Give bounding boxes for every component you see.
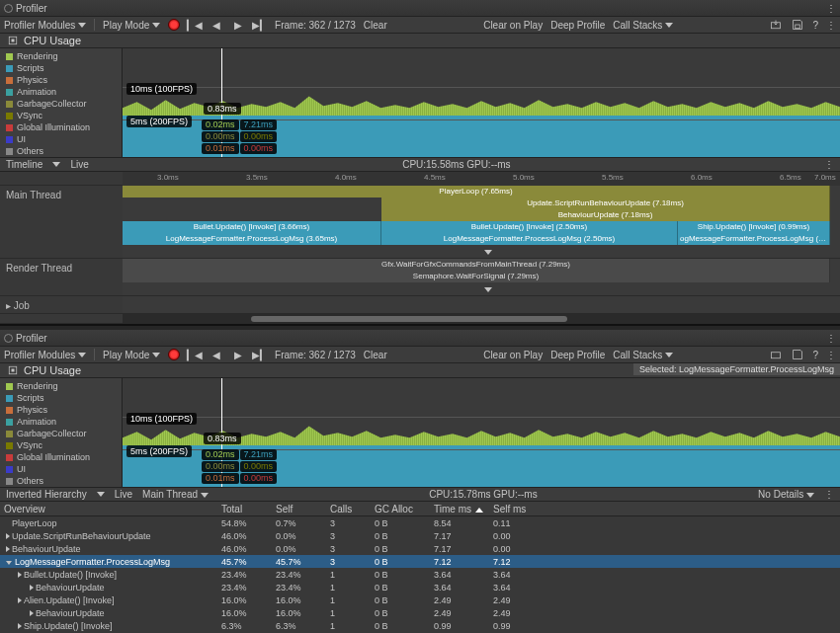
legend-item-physics[interactable]: Physics — [0, 74, 122, 86]
disclosure-icon[interactable] — [18, 623, 22, 629]
context-menu-icon[interactable]: ⋮ — [826, 350, 836, 360]
load-icon[interactable] — [769, 348, 783, 361]
legend-item-ui[interactable]: UI — [0, 463, 122, 475]
column-header[interactable]: Time ms — [430, 504, 489, 514]
timeline-bar[interactable]: BehaviourUpdate (7.18ms) — [381, 209, 830, 221]
record-button[interactable] — [168, 19, 180, 31]
load-icon[interactable] — [769, 18, 783, 32]
expand-icon[interactable] — [484, 250, 492, 255]
legend-item-rendering[interactable]: Rendering — [0, 50, 122, 62]
help-icon[interactable]: ? — [812, 20, 818, 31]
legend-item-others[interactable]: Others — [0, 145, 122, 157]
context-menu-icon[interactable]: ⋮ — [826, 20, 836, 31]
legend-item-gi[interactable]: Global Illumination — [0, 121, 122, 133]
play-mode-dropdown[interactable]: Play Mode — [103, 20, 160, 31]
cpu-chart-header[interactable]: CPU Usage Selected: LogMessageFormatter.… — [0, 363, 840, 378]
deep-profile-toggle[interactable]: Deep Profile — [550, 350, 605, 360]
profiler-modules-dropdown[interactable]: Profiler Modules — [4, 350, 86, 360]
legend-item-vsync[interactable]: VSync — [0, 110, 122, 121]
first-frame-button[interactable]: ▎◀ — [188, 18, 202, 32]
view-mode-dropdown[interactable]: Inverted Hierarchy — [6, 489, 87, 500]
profiler-modules-dropdown[interactable]: Profiler Modules — [4, 20, 86, 31]
disclosure-icon[interactable] — [18, 597, 22, 603]
legend-item-ui[interactable]: UI — [0, 133, 122, 145]
legend-item-others[interactable]: Others — [0, 475, 122, 487]
clear-button[interactable]: Clear — [364, 350, 387, 360]
table-row[interactable]: Bullet.Update() [Invoke]23.4%23.4%10 B3.… — [0, 568, 840, 581]
menu-icon[interactable]: ⋮ — [826, 3, 836, 14]
thread-dropdown[interactable]: Main Thread — [142, 489, 209, 500]
view-mode-dropdown[interactable]: Timeline — [6, 159, 42, 170]
clear-on-play-toggle[interactable]: Clear on Play — [483, 350, 543, 360]
column-header[interactable]: Calls — [326, 504, 371, 514]
column-header[interactable]: Self — [272, 504, 326, 514]
legend-item-rendering[interactable]: Rendering — [0, 380, 122, 392]
timeline-bar[interactable]: Bullet.Update() [Invoke] (3.66ms) — [123, 221, 381, 233]
disclosure-icon[interactable] — [6, 561, 12, 565]
table-row[interactable]: Ship.Update() [Invoke]6.3%6.3%10 B0.990.… — [0, 619, 840, 632]
job-track[interactable] — [123, 296, 840, 313]
cpu-chart-area[interactable]: 10ms (100FPS)5ms (200FPS)0.83ms0.02ms7.2… — [123, 48, 840, 157]
call-stacks-dropdown[interactable]: Call Stacks — [613, 20, 673, 31]
disclosure-icon[interactable] — [6, 546, 10, 552]
save-icon[interactable] — [791, 18, 804, 32]
horizontal-scrollbar[interactable] — [123, 314, 840, 323]
context-menu-icon[interactable]: ⋮ — [824, 489, 834, 500]
save-icon[interactable] — [791, 348, 804, 361]
timeline-bar[interactable]: LogMessageFormatter.ProcessLogMsg (2.50m… — [381, 233, 678, 245]
last-frame-button[interactable]: ▶▎ — [253, 18, 267, 32]
clear-on-play-toggle[interactable]: Clear on Play — [483, 20, 543, 31]
prev-frame-button[interactable]: ◀ — [210, 18, 223, 32]
timeline-bar[interactable]: Bullet.Update() [Invoke] (2.50ms) — [381, 221, 678, 233]
details-dropdown[interactable]: No Details — [758, 489, 814, 500]
deep-profile-toggle[interactable]: Deep Profile — [550, 20, 605, 31]
legend-item-gc[interactable]: GarbageCollector — [0, 98, 122, 110]
disclosure-icon[interactable] — [6, 533, 10, 539]
next-frame-button[interactable]: ▶ — [231, 18, 245, 32]
play-mode-dropdown[interactable]: Play Mode — [103, 350, 160, 360]
legend-item-physics[interactable]: Physics — [0, 404, 122, 416]
help-icon[interactable]: ? — [812, 350, 818, 360]
legend-item-vsync[interactable]: VSync — [0, 439, 122, 451]
legend-item-animation[interactable]: Animation — [0, 416, 122, 428]
menu-icon[interactable]: ⋮ — [826, 333, 836, 344]
legend-item-scripts[interactable]: Scripts — [0, 62, 122, 74]
prev-frame-button[interactable]: ◀ — [210, 348, 223, 361]
scrollbar-thumb[interactable] — [251, 316, 567, 322]
table-row[interactable]: BehaviourUpdate46.0%0.0%30 B7.170.00 — [0, 542, 840, 555]
table-row[interactable]: LogMessageFormatter.ProcessLogMsg45.7%45… — [0, 555, 840, 568]
timeline-bar[interactable]: Update.ScriptRunBehaviourUpdate (7.18ms) — [381, 198, 830, 209]
table-row[interactable]: Alien.Update() [Invoke]16.0%16.0%10 B2.4… — [0, 593, 840, 606]
disclosure-icon[interactable] — [30, 585, 34, 591]
context-menu-icon[interactable]: ⋮ — [824, 159, 834, 170]
cpu-chart-header[interactable]: CPU Usage — [0, 34, 840, 48]
timeline-bar[interactable]: Semaphore.WaitForSignal (7.29ms) — [123, 271, 830, 282]
timeline-bar[interactable]: Ship.Update() [Invoke] (0.99ms) — [678, 221, 830, 233]
expand-icon[interactable] — [484, 287, 492, 292]
table-row[interactable]: BehaviourUpdate23.4%23.4%10 B3.643.64 — [0, 581, 840, 593]
disclosure-icon[interactable] — [30, 610, 34, 616]
timeline-bar[interactable]: LogMessageFormatter.ProcessLogMsg (3.65m… — [123, 233, 381, 245]
legend-item-gi[interactable]: Global Illumination — [0, 451, 122, 463]
table-row[interactable]: Update.ScriptRunBehaviourUpdate46.0%0.0%… — [0, 529, 840, 542]
next-frame-button[interactable]: ▶ — [231, 348, 245, 361]
live-toggle[interactable]: Live — [70, 159, 88, 170]
disclosure-icon[interactable] — [18, 572, 22, 578]
record-button[interactable] — [168, 349, 180, 360]
column-header[interactable]: Self ms — [489, 504, 548, 514]
legend-item-animation[interactable]: Animation — [0, 86, 122, 98]
column-header[interactable]: GC Alloc — [371, 504, 430, 514]
timeline-bar[interactable]: ogMessageFormatter.ProcessLogMsg (0.98m — [678, 233, 830, 245]
first-frame-button[interactable]: ▎◀ — [188, 348, 202, 361]
render-thread-track[interactable]: Gfx.WaitForGfxCommandsFromMainThread (7.… — [123, 259, 840, 295]
column-header[interactable]: Overview — [0, 504, 217, 514]
table-row[interactable]: PlayerLoop54.8%0.7%30 B8.540.11 — [0, 516, 840, 529]
legend-item-gc[interactable]: GarbageCollector — [0, 428, 122, 439]
call-stacks-dropdown[interactable]: Call Stacks — [613, 350, 673, 360]
legend-item-scripts[interactable]: Scripts — [0, 392, 122, 404]
table-row[interactable]: BehaviourUpdate16.0%16.0%10 B2.492.49 — [0, 606, 840, 619]
last-frame-button[interactable]: ▶▎ — [253, 348, 267, 361]
live-toggle[interactable]: Live — [115, 489, 132, 500]
timeline-bar[interactable]: PlayerLoop (7.65ms) — [123, 186, 830, 198]
clear-button[interactable]: Clear — [364, 20, 387, 31]
